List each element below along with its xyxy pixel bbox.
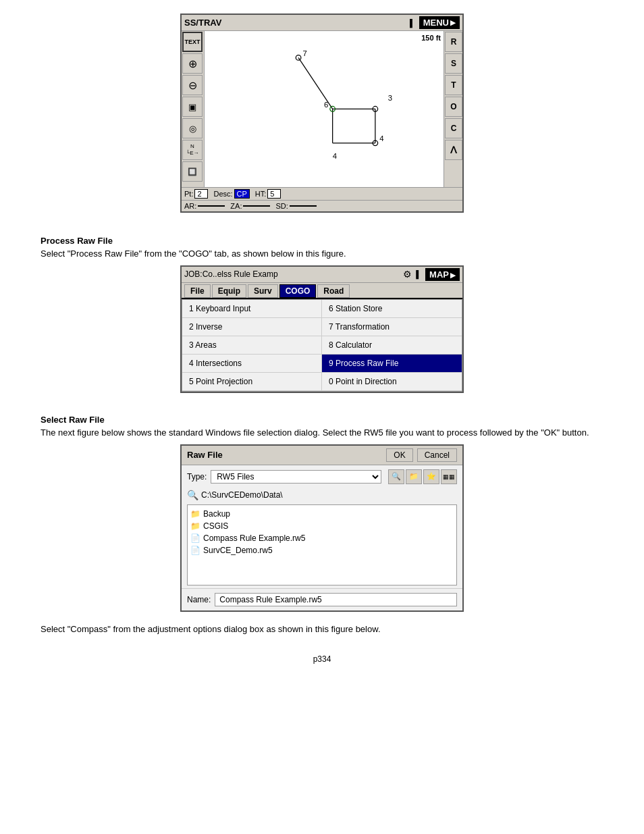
- folder-icon-csgis: 📁: [190, 521, 200, 531]
- sd-field: SD:: [275, 202, 316, 210]
- tab-equip[interactable]: Equip: [212, 284, 246, 298]
- tab-surv[interactable]: Surv: [248, 284, 278, 298]
- rawfile-path-text: C:\SurvCEDemo\Data\: [201, 490, 283, 500]
- rawfile-namebar: Name:: [182, 588, 462, 610]
- rawfile-titlebar: Raw File OK Cancel: [182, 446, 462, 465]
- tool-target[interactable]: ◎: [182, 118, 203, 138]
- ar-label: AR:: [184, 202, 196, 210]
- device-map-1: 150 ft 7 6 3 4 4: [205, 31, 444, 187]
- tab-road[interactable]: Road: [317, 284, 350, 298]
- device-statusbar-1: Pt: 2 Desc: CP HT: 5: [182, 187, 462, 200]
- cogo-item-7[interactable]: 7 Transformation: [322, 318, 462, 336]
- ht-label: HT:: [255, 190, 267, 198]
- rawfile-type-select[interactable]: RW5 Files: [211, 470, 381, 484]
- rawfile-type-label: Type:: [187, 472, 207, 481]
- device-body-1: TEXT ⊕ ⊖ ▣ ◎ N└E→ 🔲 150 ft: [182, 31, 462, 187]
- desc-field: Desc: CP: [213, 189, 249, 199]
- rawfile-item-backup[interactable]: 📁 Backup: [190, 508, 454, 520]
- folder-icon-backup: 📁: [190, 509, 200, 519]
- cogo-item-0[interactable]: 0 Point in Direction: [322, 373, 462, 391]
- section1-header: Process Raw File: [41, 236, 603, 246]
- tool-extra[interactable]: 🔲: [182, 161, 203, 182]
- cogo-item-8[interactable]: 8 Calculator: [322, 336, 462, 355]
- rawfile-item-name-csgis: CSGIS: [203, 521, 228, 531]
- svg-text:4: 4: [333, 152, 337, 160]
- ar-field: AR:: [184, 202, 225, 210]
- cogo-map-button[interactable]: MAP: [425, 268, 460, 281]
- map-scale: 150 ft: [421, 34, 441, 42]
- ht-value: 5: [267, 189, 281, 199]
- cogo-item-9[interactable]: 9 Process Raw File: [322, 355, 462, 373]
- tool-pan[interactable]: ▣: [182, 97, 203, 117]
- left-toolbar-1: TEXT ⊕ ⊖ ▣ ◎ N└E→ 🔲: [182, 31, 205, 187]
- rtool-c[interactable]: C: [445, 118, 462, 138]
- cogo-item-1[interactable]: 1 Keyboard Input: [182, 300, 322, 318]
- cogo-menu-items: 1 Keyboard Input 6 Station Store 2 Inver…: [182, 299, 462, 392]
- svg-text:4: 4: [379, 134, 383, 142]
- rawfile-toolbar: 🔍 📁 ⭐ ▦▦: [388, 469, 457, 484]
- page-content: SS/TRAV ▌ MENU TEXT ⊕ ⊖ ▣ ◎ N└E→ 🔲 150 f…: [41, 14, 603, 664]
- rawfile-name-input[interactable]: [215, 593, 457, 606]
- map-svg: 7 6 3 4 4: [205, 31, 444, 187]
- rawfile-filelist: 📁 Backup 📁 CSGIS 📄 Compass Rule Example.…: [187, 504, 457, 585]
- file-icon-survce: 📄: [190, 546, 200, 555]
- pt-field: Pt: 2: [184, 189, 208, 199]
- rawfile-item-csgis[interactable]: 📁 CSGIS: [190, 520, 454, 532]
- section2-title: Select Raw File: [41, 415, 105, 425]
- rtool-t[interactable]: T: [445, 75, 462, 95]
- rtool-o[interactable]: O: [445, 97, 462, 117]
- rawfile-btn-star[interactable]: ⭐: [423, 469, 439, 484]
- rawfile-path: 🔍 C:\SurvCEDemo\Data\: [182, 488, 462, 502]
- za-label: ZA:: [230, 202, 242, 210]
- cogo-tabs: File Equip Surv COGO Road: [182, 283, 462, 299]
- file-icon-compass: 📄: [190, 533, 200, 543]
- cogo-screen: JOB:Co..elss Rule Examp ⚙ ▌ MAP File Equ…: [180, 265, 464, 393]
- rawfile-item-survce[interactable]: 📄 SurvCE_Demo.rw5: [190, 544, 454, 556]
- section1-desc: Select "Process Raw File" from the "COGO…: [41, 249, 603, 259]
- cogo-item-5[interactable]: 5 Point Projection: [182, 373, 322, 391]
- ht-field: HT: 5: [255, 189, 281, 199]
- rtool-nav[interactable]: Ʌ: [445, 140, 462, 160]
- za-value: [243, 205, 270, 207]
- cogo-job-title: JOB:Co..elss Rule Examp: [184, 269, 278, 279]
- cogo-titlebar: JOB:Co..elss Rule Examp ⚙ ▌ MAP: [182, 267, 462, 283]
- tool-text[interactable]: TEXT: [182, 32, 203, 52]
- rawfile-btn-up[interactable]: 🔍: [388, 469, 404, 484]
- rawfile-btn-grid[interactable]: ▦▦: [441, 469, 457, 484]
- desc-value: CP: [234, 189, 250, 199]
- page-footer: p334: [313, 654, 331, 664]
- rtool-s[interactable]: S: [445, 53, 462, 74]
- right-toolbar-1: R S T O C Ʌ: [444, 31, 462, 187]
- rawfile-cancel-button[interactable]: Cancel: [417, 448, 457, 462]
- rtool-r[interactable]: R: [445, 32, 462, 52]
- rawfile-buttons: OK Cancel: [386, 448, 457, 462]
- menu-button-1[interactable]: MENU: [419, 16, 460, 29]
- cogo-item-3[interactable]: 3 Areas: [182, 336, 322, 355]
- tool-ne[interactable]: N└E→: [182, 140, 203, 160]
- svg-point-5: [296, 55, 301, 61]
- cogo-item-2[interactable]: 2 Inverse: [182, 318, 322, 336]
- rawfile-item-name-survce: SurvCE_Demo.rw5: [203, 546, 273, 555]
- rawfile-btn-folder[interactable]: 📁: [406, 469, 422, 484]
- device-titlebar-1: SS/TRAV ▌ MENU: [182, 15, 462, 31]
- section2-header: Select Raw File: [41, 415, 603, 425]
- rawfile-search-icon: 🔍: [187, 490, 198, 500]
- rawfile-ok-button[interactable]: OK: [386, 448, 412, 462]
- rawfile-item-compass[interactable]: 📄 Compass Rule Example.rw5: [190, 532, 454, 544]
- tool-zoom-out[interactable]: ⊖: [182, 75, 203, 95]
- pt-label: Pt:: [184, 190, 193, 198]
- tab-file[interactable]: File: [184, 284, 211, 298]
- section3-desc: Select "Compass" from the adjustment opt…: [41, 624, 603, 634]
- rawfile-title: Raw File: [187, 450, 223, 460]
- rawfile-item-name-backup: Backup: [203, 509, 230, 519]
- rawfile-dialog: Raw File OK Cancel Type: RW5 Files 🔍 📁 ⭐…: [180, 444, 464, 612]
- svg-text:6: 6: [324, 101, 328, 109]
- tool-zoom-in[interactable]: ⊕: [182, 53, 203, 74]
- cogo-item-6[interactable]: 6 Station Store: [322, 300, 462, 318]
- sd-value: [290, 205, 317, 207]
- section1-title: Process Raw File: [41, 236, 113, 246]
- rawfile-name-label: Name:: [187, 595, 211, 604]
- svg-text:7: 7: [302, 49, 306, 57]
- tab-cogo[interactable]: COGO: [279, 284, 317, 298]
- cogo-item-4[interactable]: 4 Intersections: [182, 355, 322, 373]
